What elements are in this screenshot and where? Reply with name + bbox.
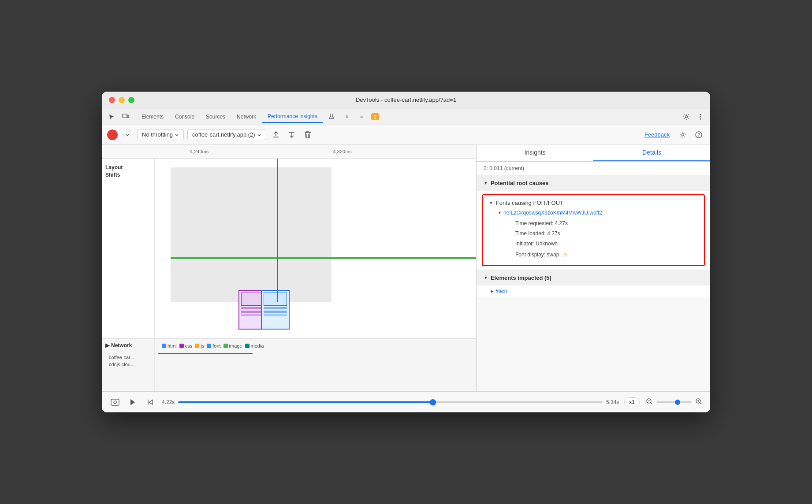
legend-js: js — [195, 343, 204, 348]
text-element-label[interactable]: #text — [495, 288, 507, 294]
font-file-row: ▼ neILzCirqoswsqX9zoKmM4MwWJU.woff2 — [498, 210, 698, 216]
more-icon[interactable] — [694, 111, 707, 123]
svg-rect-1 — [127, 115, 129, 118]
speed-selector[interactable]: x1 — [624, 397, 640, 407]
play-button[interactable] — [127, 396, 139, 408]
network-legend: html css js font — [158, 341, 473, 351]
svg-point-4 — [700, 114, 701, 115]
go-to-start-button[interactable] — [144, 396, 156, 408]
legend-html: html — [162, 343, 177, 348]
devtools-window: DevTools - coffee-cart.netlify.app/?ad=1… — [102, 92, 710, 412]
font-display-row: Font display: swap ⚠ — [498, 249, 698, 261]
cursor-icon[interactable] — [105, 111, 118, 123]
tab-controls — [680, 111, 707, 123]
screenshot-thumb-2[interactable] — [261, 290, 290, 330]
network-row-1: coffee-car... — [105, 354, 151, 361]
time-requested-row: Time requested: 4.27s — [498, 219, 698, 229]
legend-label-js: js — [201, 343, 204, 348]
potential-root-causes-section: ▼ Potential root causes ▼ Fonts causing … — [477, 175, 710, 297]
nav-icons — [105, 111, 132, 123]
maximize-button[interactable] — [128, 97, 134, 103]
fonts-causing-title: Fonts causing FOIT/FOUT — [496, 200, 563, 206]
timeline-range: 4.22s 5.34s — [162, 399, 619, 405]
tab-details[interactable]: Details — [593, 145, 710, 161]
url-dropdown[interactable]: coffee-cart.netlify.app (2) — [187, 129, 266, 140]
slider-thumb[interactable] — [430, 399, 436, 405]
left-panel: 4,240ms 4,320ms LayoutShifts — [102, 145, 477, 391]
help-icon[interactable]: ? — [693, 129, 705, 141]
url-label: coffee-cart.netlify.app (2) — [192, 131, 255, 138]
record-button[interactable] — [107, 130, 118, 140]
minimize-button[interactable] — [119, 97, 125, 103]
device-icon[interactable] — [119, 111, 132, 123]
svg-point-2 — [331, 117, 332, 119]
svg-point-6 — [700, 118, 701, 119]
network-label: Network — [111, 342, 132, 348]
settings-icon[interactable] — [680, 111, 693, 123]
elements-impacted-title: Elements impacted (5) — [491, 274, 551, 281]
network-section: ▶ Network coffee-car... cdnjs.clou... ht… — [102, 338, 476, 391]
text-element-inner: ▶ #text — [491, 288, 703, 294]
network-scrollbar — [158, 353, 253, 354]
tab-sources[interactable]: Sources — [201, 111, 231, 122]
elements-impacted-section[interactable]: ▼ Elements impacted (5) — [477, 270, 710, 285]
zoom-out-button[interactable] — [645, 397, 654, 408]
network-label-col: ▶ Network coffee-car... cdnjs.clou... — [102, 339, 155, 391]
legend-dot-font — [207, 344, 211, 348]
fonts-causing-header: ▼ Fonts causing FOIT/FOUT — [489, 200, 698, 206]
export-up-button[interactable] — [270, 129, 282, 141]
blue-cursor-line — [277, 159, 278, 302]
delete-button[interactable] — [302, 129, 314, 141]
legend-media: media — [245, 343, 264, 348]
zoom-thumb[interactable] — [675, 400, 680, 405]
legend-label-html: html — [168, 343, 177, 348]
svg-point-11 — [114, 401, 116, 404]
network-section-title: ▶ Network — [105, 342, 151, 348]
font-display-text: Font display: swap — [515, 252, 559, 258]
zoom-slider[interactable] — [656, 401, 692, 403]
close-button[interactable] — [109, 97, 115, 103]
gray-highlight-box — [171, 167, 332, 302]
tab-performance-insights[interactable]: Performance insights — [262, 111, 323, 123]
green-bar — [171, 257, 476, 259]
tab-close[interactable]: × — [340, 111, 354, 122]
timeline-area[interactable] — [155, 159, 476, 338]
network-rows: coffee-car... cdnjs.clou... — [105, 352, 151, 370]
legend-label-css: css — [185, 343, 193, 348]
throttling-dropdown[interactable]: No throttling — [137, 129, 184, 140]
version-text: 2: 0.011 (current) — [484, 165, 524, 171]
zoom-in-button[interactable] — [694, 397, 703, 408]
screenshot-toggle-button[interactable] — [109, 396, 121, 408]
notification-badge: 1 — [371, 113, 379, 120]
bottom-bar: 4.22s 5.34s x1 — [102, 391, 710, 412]
tab-elements[interactable]: Elements — [136, 111, 169, 122]
legend-css: css — [179, 343, 193, 348]
window-controls — [109, 97, 134, 103]
font-filename-link[interactable]: neILzCirqoswsqX9zoKmM4MwWJU.woff2 — [503, 210, 602, 216]
speed-label: x1 — [629, 399, 635, 405]
svg-rect-0 — [123, 114, 127, 118]
text-element-row: ▶ #text — [477, 285, 710, 297]
export-down-button[interactable] — [286, 129, 298, 141]
tab-more[interactable]: » — [355, 111, 369, 122]
tab-insights[interactable]: Insights — [477, 145, 593, 161]
settings-icon-toolbar[interactable] — [677, 129, 689, 141]
toolbar: No throttling coffee-cart.netlify.app (2… — [102, 125, 710, 145]
legend-dot-image — [223, 344, 228, 348]
tab-console[interactable]: Console — [170, 111, 200, 122]
elements-triangle-icon: ▼ — [484, 275, 488, 280]
network-legend-area: html css js font — [155, 339, 476, 391]
highlighted-details-box: ▼ Fonts causing FOIT/FOUT ▼ neILzCirqosw… — [482, 194, 705, 266]
timeline-slider[interactable] — [178, 401, 603, 403]
dropdown-arrow-icon[interactable] — [121, 129, 134, 141]
feedback-button[interactable]: Feedback — [644, 131, 670, 138]
font-triangle-icon: ▼ — [498, 211, 502, 215]
svg-point-3 — [685, 115, 688, 118]
slider-fill — [178, 401, 433, 403]
time-end-label: 5.34s — [606, 399, 619, 405]
tab-network[interactable]: Network — [231, 111, 261, 122]
root-causes-header[interactable]: ▼ Potential root causes — [477, 175, 710, 191]
triangle-icon: ▶ — [105, 342, 109, 348]
legend-label-media: media — [251, 343, 264, 348]
legend-label-image: image — [229, 343, 242, 348]
